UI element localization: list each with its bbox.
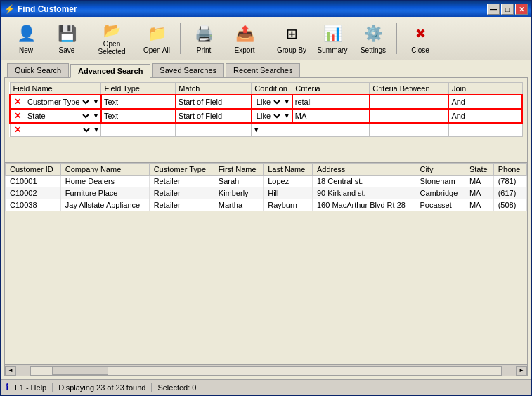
row3-condition: ▼ [252,123,292,137]
row1-criteria-input[interactable] [294,97,368,107]
main-window: ⚡ Find Customer — □ ✕ New Save Open Sele… [0,0,532,396]
results-header-customer-id: Customer ID [6,164,61,176]
row3-join [448,123,522,137]
row3-condition-dropdown-arrow[interactable]: ▼ [253,126,259,133]
row2-field-select[interactable]: State [25,111,91,121]
results-cell-2-4: Rayburn [264,199,313,211]
results-cell-0-0: C10001 [6,176,61,187]
row2-condition-dropdown-arrow[interactable]: ▼ [284,112,290,119]
header-criteria: Criteria [292,83,370,95]
results-cell-2-1: Jay Allstate Appliance [60,199,149,211]
results-header-row: Customer ID Company Name Customer Type F… [6,164,527,176]
row2-field-type-input[interactable] [103,111,174,121]
close-window-button[interactable]: ✕ [515,4,528,15]
tab-quick-search[interactable]: Quick Search [7,63,69,77]
results-cell-1-4: Hill [264,187,313,199]
row1-field-name: ✕ Customer Type ▼ [10,95,101,109]
row1-delete-button[interactable]: ✕ [12,96,23,107]
header-match: Match [176,83,252,95]
results-row[interactable]: C10002Furniture PlaceRetailerKimberlyHil… [6,187,527,199]
row2-criteria-input[interactable] [294,111,368,121]
row1-criteria [292,95,370,109]
horizontal-scrollbar[interactable]: ◄ ► [5,364,527,376]
row2-criteria [292,109,370,123]
export-icon [233,22,256,45]
scrollbar-track[interactable] [30,366,502,376]
row1-join [448,95,522,109]
results-cell-1-5: 90 Kirkland st. [312,187,415,199]
results-row[interactable]: C10038Jay Allstate ApplianceRetailerMart… [6,199,527,211]
status-sep-2 [151,383,152,392]
settings-button[interactable]: Settings [354,20,392,57]
row2-field-dropdown-arrow[interactable]: ▼ [93,112,99,119]
row1-match-input [178,97,249,107]
scrollbar-thumb[interactable] [52,367,108,375]
group-by-label: Group By [277,46,306,54]
help-text: F1 - Help [15,383,46,392]
new-button[interactable]: New [7,20,45,57]
row1-field-type [101,95,176,109]
row3-delete-button[interactable]: ✕ [12,124,23,136]
results-header-last-name: Last Name [264,164,313,176]
settings-label: Settings [361,46,386,54]
tab-saved-searches[interactable]: Saved Searches [152,63,224,77]
status-sep-1 [52,383,53,392]
results-cell-1-7: MA [465,187,493,199]
results-cell-2-3: Martha [214,199,263,211]
row1-condition-dropdown-arrow[interactable]: ▼ [284,98,290,105]
row1-field-type-input[interactable] [103,97,174,107]
results-cell-0-5: 18 Central st. [312,176,415,187]
open-all-button[interactable]: Open All [138,20,176,57]
summary-button[interactable]: Summary [313,20,351,57]
row2-match [176,109,252,123]
row3-field-select[interactable] [25,125,92,135]
results-cell-1-8: (617) [493,187,526,199]
spacer [5,141,527,162]
status-bar: ℹ F1 - Help Displaying 23 of 23 found Se… [1,379,531,395]
maximize-button[interactable]: □ [501,4,514,15]
row2-join [448,109,522,123]
save-button[interactable]: Save [48,20,86,57]
row3-criteria-between [370,123,449,137]
open-selected-button[interactable]: Open Selected [89,20,135,57]
header-join: Join [448,83,522,95]
row2-field-type [101,109,176,123]
settings-icon [362,22,384,45]
criteria-row-3: ✕ ▼ ▼ [10,123,522,137]
export-button[interactable]: Export [226,20,264,57]
scroll-right-arrow[interactable]: ► [516,366,527,376]
results-row[interactable]: C10001Home DealersRetailerSarahLopez18 C… [6,176,527,187]
group-by-icon [280,22,303,45]
results-cell-1-3: Kimberly [214,187,263,199]
save-label: Save [59,46,75,54]
criteria-header-row: Field Name Field Type Match Condition Cr… [10,83,522,95]
results-header-state: State [465,164,493,176]
results-cell-0-6: Stoneham [415,176,465,187]
results-cell-2-0: C10038 [6,199,61,211]
results-cell-2-6: Pocasset [415,199,465,211]
row1-condition-select[interactable]: Like [254,97,283,107]
row1-join-input [450,97,520,107]
row2-condition-select[interactable]: Like [254,111,283,121]
minimize-button[interactable]: — [487,4,500,15]
tab-recent-searches[interactable]: Recent Searches [226,63,300,77]
row2-delete-button[interactable]: ✕ [12,110,23,121]
results-table: Customer ID Company Name Customer Type F… [5,163,527,211]
save-icon [56,22,78,45]
close-button[interactable]: Close [401,20,439,57]
row3-match [176,123,252,137]
results-table-container[interactable]: Customer ID Company Name Customer Type F… [5,163,527,364]
new-label: New [19,46,33,54]
tab-advanced-search[interactable]: Advanced Search [70,64,150,78]
print-button[interactable]: Print [185,20,223,57]
row2-criteria-between-input[interactable] [372,111,447,121]
scroll-left-arrow[interactable]: ◄ [5,366,16,376]
row3-field-dropdown-arrow[interactable]: ▼ [93,126,100,133]
close-icon [409,22,432,45]
row2-match-input [178,111,249,121]
row1-criteria-between-input[interactable] [372,97,447,107]
print-label: Print [197,46,212,54]
row1-field-dropdown-arrow[interactable]: ▼ [93,98,99,105]
group-by-button[interactable]: Group By [273,20,311,57]
row1-field-select[interactable]: Customer Type [25,97,91,107]
